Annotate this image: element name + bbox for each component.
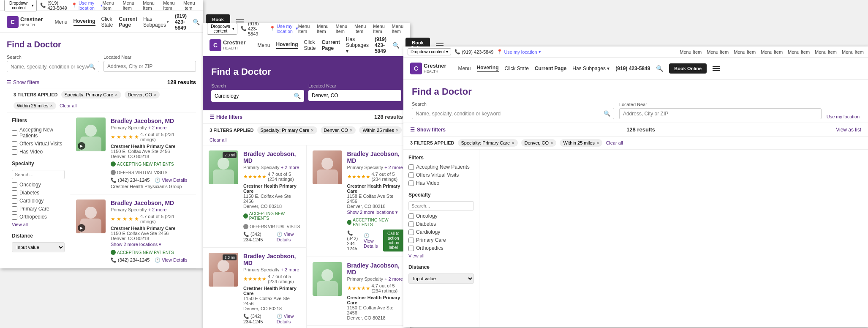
phone-link-w3[interactable]: 📞 (919) 423-5849 xyxy=(454,49,493,55)
filter-tag-specialty[interactable]: Specialty: Primary Care × xyxy=(61,91,121,98)
location-link-w2[interactable]: 📍 Use my location ▾ xyxy=(269,24,298,34)
doctor-name-2[interactable]: Bradley Jacobson, MD xyxy=(111,200,190,206)
menu-item-w3-4[interactable]: Menu Item xyxy=(761,49,783,55)
clear-all-w2[interactable]: Clear all xyxy=(210,137,226,142)
show-more-w2-b[interactable]: Show 2 more locations ▾ xyxy=(347,210,404,215)
doctor-name-w2-d[interactable]: Bradley Jacobson, MD xyxy=(347,262,404,276)
video-badge-2[interactable]: ▶ xyxy=(78,224,85,232)
filter-tag-city[interactable]: Denver, CO × xyxy=(125,91,160,98)
filter-tag-specialty-w3[interactable]: Specialty: Primary Care × xyxy=(458,139,518,147)
nav-click-w2[interactable]: Click State xyxy=(304,39,316,51)
menu-item-w3-3[interactable]: Menu Item xyxy=(734,49,756,55)
dropdown-btn-w2[interactable]: Dropdown content ▾ xyxy=(207,23,237,35)
filter-tag-specialty-w2[interactable]: Specialty: Primary Care × xyxy=(257,126,317,134)
nav-has-subpages[interactable]: Has Subpages ▾ xyxy=(143,16,169,28)
remove-tag-specialty[interactable]: × xyxy=(311,128,313,133)
filter-primary-care-w3[interactable]: Primary Care xyxy=(408,237,474,243)
located-near-input-w2[interactable] xyxy=(312,93,398,98)
menu-item-w2-3[interactable]: Menu Item xyxy=(336,24,349,34)
top-menu-item-4[interactable]: Menu Item xyxy=(163,0,178,11)
menu-item-w3-5[interactable]: Menu Item xyxy=(788,49,810,55)
menu-item-w2-6[interactable]: Menu Item xyxy=(392,24,405,34)
more-link-w2-c[interactable]: + 2 more xyxy=(281,267,299,272)
specialty-search-input[interactable] xyxy=(12,170,65,179)
nav-phone-w2[interactable]: (919) 423-5849 xyxy=(375,36,386,54)
doctor-name-w2-a[interactable]: Bradley Jacobson, MD xyxy=(243,150,300,164)
filter-cardiology[interactable]: Cardiology xyxy=(12,198,65,204)
video-badge[interactable]: ▶ xyxy=(78,142,85,150)
dropdown-btn-w3[interactable]: Dropdown content ▾ xyxy=(408,48,451,55)
clear-all-btn[interactable]: Clear all xyxy=(60,103,76,108)
remove-city-w3[interactable]: × xyxy=(550,140,553,145)
more-link-w2-d[interactable]: + 2 more xyxy=(384,276,403,282)
filter-tag-distance-w3[interactable]: Within 25 miles × xyxy=(560,139,602,147)
show-filters-btn-w3[interactable]: ☰ Show filters xyxy=(410,127,446,133)
filter-orthopedics-w3[interactable]: Orthopedics xyxy=(408,245,474,251)
doctor-name-w2-b[interactable]: Bradley Jacobson, MD xyxy=(347,150,404,164)
nav-click-state[interactable]: Click State xyxy=(101,16,113,28)
top-menu-item-1[interactable]: Menu Item xyxy=(103,0,118,11)
search-icon-w2[interactable]: 🔍 xyxy=(392,42,400,49)
filter-tag-distance-w2[interactable]: Within 25 miles × xyxy=(359,126,402,134)
filter-virtual-w3[interactable]: Offers Virtual Visits xyxy=(408,172,474,178)
nav-phone[interactable]: (919) 423-5849 xyxy=(175,13,187,31)
remove-specialty-w3[interactable]: × xyxy=(512,140,514,145)
remove-tag-icon[interactable]: × xyxy=(154,92,156,97)
located-near-input-w1[interactable] xyxy=(107,63,192,69)
hide-filters-btn-w2[interactable]: ☰ Hide filters xyxy=(210,114,242,120)
search-input-w3[interactable] xyxy=(416,111,604,117)
menu-item-w3-6[interactable]: Menu Item xyxy=(815,49,837,55)
nav-current-w3[interactable]: Current Page xyxy=(535,66,566,71)
cta-button-w2-b[interactable]: Call to action button label xyxy=(383,230,404,251)
remove-tag-icon[interactable]: × xyxy=(115,92,117,97)
more-link-w2-b[interactable]: + 2 more xyxy=(384,165,403,170)
filter-accepting-w3[interactable]: Accepting New Patients xyxy=(408,164,474,170)
use-my-location-w3[interactable]: Use my location xyxy=(827,114,860,119)
filter-virtual-visits[interactable]: Offers Virtual Visits xyxy=(12,141,65,147)
distance-select-w3[interactable]: Input value xyxy=(408,273,474,284)
filter-oncology[interactable]: Oncology xyxy=(12,182,65,188)
phone-w2-b[interactable]: 📞 (342) 234-1245 xyxy=(347,230,359,251)
doctor-phone-2[interactable]: 📞 (342) 234-1245 xyxy=(111,257,150,263)
phone-w2-a[interactable]: 📞 (342) 234-1245 xyxy=(243,232,272,242)
view-all-w3[interactable]: View all xyxy=(408,253,474,258)
filter-tag-distance[interactable]: Within 25 miles × xyxy=(14,102,56,109)
menu-item-w2-5[interactable]: Menu Item xyxy=(373,24,386,34)
view-all-specialties[interactable]: View all xyxy=(12,222,65,227)
nav-hovering[interactable]: Hovering xyxy=(73,18,95,26)
nav-current-page[interactable]: Current Page xyxy=(119,16,137,28)
view-details-2[interactable]: 🕐 View Details xyxy=(155,257,187,263)
view-details-1[interactable]: 🕐 View Details xyxy=(155,178,187,183)
top-menu-item-3[interactable]: Menu Item xyxy=(143,0,158,11)
search-icon[interactable]: 🔍 xyxy=(193,19,200,25)
book-online-btn-w3[interactable]: Book Online xyxy=(669,63,707,74)
more-link-w2-a[interactable]: + 2 more xyxy=(281,165,299,170)
doctor-name-1[interactable]: Bradley Jacobson, MD xyxy=(111,118,190,124)
hamburger-w3[interactable] xyxy=(713,66,720,71)
nav-menu-w2[interactable]: Menu xyxy=(257,42,270,48)
menu-item-w2-2[interactable]: Menu Item xyxy=(317,24,330,34)
doctor-name-w2-c[interactable]: Bradley Jacobson, MD xyxy=(243,253,300,266)
nav-current-w2[interactable]: Current Page xyxy=(322,39,340,51)
phone-link-w2[interactable]: 📞 (919) 423-5849 xyxy=(241,21,266,36)
search-input-w2[interactable] xyxy=(215,93,291,99)
filter-has-video[interactable]: Has Video xyxy=(12,149,65,155)
menu-item-w2-4[interactable]: Menu Item xyxy=(354,24,368,34)
search-btn-icon-w3[interactable]: 🔍 xyxy=(604,110,610,117)
specialty-search-w3[interactable] xyxy=(408,201,474,210)
filter-tag-city-w2[interactable]: Denver, CO × xyxy=(321,126,356,134)
view-details-w2-c[interactable]: 🕐 View Details xyxy=(277,314,300,324)
menu-item-w3-7[interactable]: Menu Item xyxy=(842,49,864,55)
located-near-input-w3[interactable] xyxy=(623,111,818,117)
remove-tag-distance[interactable]: × xyxy=(396,128,398,133)
nav-menu-w3[interactable]: Menu xyxy=(458,66,471,71)
remove-tag-city[interactable]: × xyxy=(350,128,352,133)
show-more-locations-2[interactable]: Show 2 more locations ▾ xyxy=(111,242,190,247)
phone-link[interactable]: 📞 (919) 423-5849 xyxy=(40,0,68,11)
search-input-w1[interactable] xyxy=(11,64,89,70)
filter-cardiology-w3[interactable]: Cardiology xyxy=(408,229,474,235)
nav-hovering-w2[interactable]: Hovering xyxy=(276,41,298,49)
filter-video-w3[interactable]: Has Video xyxy=(408,180,474,186)
doctor-phone-1[interactable]: 📞 (342) 234-1245 xyxy=(111,178,150,183)
nav-menu[interactable]: Menu xyxy=(54,19,67,25)
